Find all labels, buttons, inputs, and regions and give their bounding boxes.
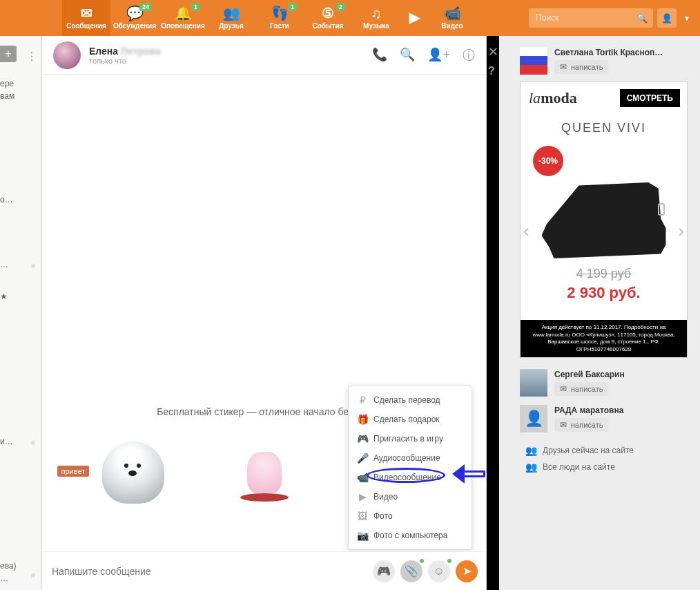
friend-avatar[interactable] bbox=[520, 369, 547, 397]
nav-video[interactable]: 📹 Видео bbox=[428, 0, 476, 36]
nav-notifications-label: Оповещения bbox=[161, 22, 205, 30]
message-input[interactable] bbox=[50, 565, 373, 578]
nav-events-label: События bbox=[313, 22, 344, 30]
nav-messages[interactable]: ✉ Сообщения bbox=[62, 0, 110, 36]
attach-transfer-label: Сделать перевод bbox=[373, 395, 440, 405]
green-dot-icon bbox=[447, 559, 451, 563]
attach-photo[interactable]: 🖼 Фото bbox=[349, 506, 471, 526]
friend-name[interactable]: Светлана Tortik Красноп… bbox=[554, 48, 663, 57]
friend-row: Светлана Tortik Красноп… ✉ написать bbox=[513, 43, 700, 79]
boot-icon bbox=[542, 182, 666, 258]
call-icon[interactable]: 📞 bbox=[372, 47, 387, 64]
sticker-bear[interactable]: привет bbox=[99, 438, 168, 507]
sidebar-item[interactable]: … bbox=[0, 573, 41, 583]
close-panel-button[interactable]: ✕ bbox=[487, 44, 499, 57]
attach-photo-pc[interactable]: 📷 Фото с компьютера bbox=[349, 526, 471, 545]
link-friends-online-label: Друзья сейчас на сайте bbox=[543, 446, 634, 455]
attach-transfer[interactable]: ₽ Сделать перевод bbox=[349, 390, 471, 410]
envelope-icon: ✉ bbox=[81, 6, 93, 20]
nav-right: 🔍 👤 ▼ bbox=[529, 0, 693, 36]
friend-row: 👤 РАДА маратовна ✉ написать bbox=[513, 401, 700, 437]
composer-sticker-button[interactable]: ☺ bbox=[428, 560, 450, 582]
add-conversation-button[interactable]: + bbox=[0, 46, 17, 62]
plate-icon bbox=[240, 493, 289, 502]
add-participant-icon[interactable]: 👤+ bbox=[427, 47, 450, 64]
friend-message-button[interactable]: ✉ написать bbox=[554, 382, 608, 396]
friend-message-button[interactable]: ✉ написать bbox=[554, 60, 608, 74]
sidebar-item[interactable]: вам bbox=[0, 91, 41, 101]
ad-prev-icon[interactable]: ‹ bbox=[523, 220, 529, 242]
friend-name[interactable]: РАДА маратовна bbox=[554, 406, 623, 415]
composer-send-button[interactable]: ➤ bbox=[456, 560, 478, 582]
search-input[interactable] bbox=[534, 12, 631, 23]
unread-dot-icon bbox=[31, 441, 35, 445]
help-button[interactable]: ? bbox=[488, 65, 495, 77]
sidebar-item[interactable]: и… bbox=[0, 437, 41, 446]
sidebar-item[interactable]: о… bbox=[0, 195, 41, 204]
envelope-icon: ✉ bbox=[560, 62, 567, 72]
friend-avatar[interactable]: 👤 bbox=[520, 405, 547, 432]
attach-game[interactable]: 🎮 Пригласить в игру bbox=[349, 429, 471, 448]
ad-logo-bold: moda bbox=[541, 89, 577, 106]
chat-panel: Елена Петрова только что 📞 🔍 👤+ ⓘ Беспла… bbox=[41, 36, 487, 590]
video-message-icon: 📹 bbox=[357, 472, 368, 483]
search-box[interactable]: 🔍 bbox=[529, 8, 653, 28]
image-icon: 🖼 bbox=[357, 511, 368, 522]
nav-guests-badge: 1 bbox=[288, 3, 297, 11]
profile-avatar-button[interactable]: 👤 bbox=[657, 8, 677, 28]
chat-info-icon[interactable]: ⓘ bbox=[463, 47, 475, 64]
gift-icon: 🎁 bbox=[357, 414, 368, 425]
microphone-icon: 🎤 bbox=[357, 453, 368, 464]
nav-messages-label: Сообщения bbox=[66, 22, 106, 30]
envelope-icon: ✉ bbox=[560, 384, 567, 394]
nav-friends-label: Друзья bbox=[219, 22, 243, 30]
ad-sale-badge: -30% bbox=[533, 146, 563, 176]
nav-music[interactable]: ♫ Музыка bbox=[352, 0, 400, 36]
nav-video-label: Видео bbox=[441, 22, 463, 30]
friend-message-button[interactable]: ✉ написать bbox=[554, 418, 608, 432]
sticker-kitty[interactable] bbox=[230, 438, 299, 507]
link-all-people[interactable]: 👥 Все люди на сайте bbox=[525, 459, 693, 475]
nav-friends[interactable]: 👥 Друзья bbox=[207, 0, 255, 36]
nav-play[interactable]: ▶ bbox=[400, 0, 428, 36]
attach-gift[interactable]: 🎁 Сделать подарок bbox=[349, 410, 471, 429]
search-in-chat-icon[interactable]: 🔍 bbox=[400, 47, 415, 64]
attach-audio[interactable]: 🎤 Аудиосообщение bbox=[349, 448, 471, 468]
video-camera-icon: 📹 bbox=[444, 6, 461, 20]
chat-body: Бесплатный стикер — отличное начало бесе… bbox=[42, 75, 486, 551]
friend-name[interactable]: Сергей Баксарин bbox=[554, 370, 625, 379]
sidebar-item[interactable]: ере bbox=[0, 79, 41, 88]
green-dot-icon bbox=[420, 559, 424, 563]
ad-next-icon[interactable]: › bbox=[678, 220, 684, 242]
attach-video-message[interactable]: 📹 Видеосообщение bbox=[349, 468, 471, 487]
nav-discussions[interactable]: 💬 24 Обсуждения bbox=[110, 0, 159, 36]
link-all-people-label: Все люди на сайте bbox=[543, 462, 615, 472]
profile-menu-caret[interactable]: ▼ bbox=[681, 15, 693, 22]
ad-logo-prefix: la bbox=[529, 89, 541, 106]
nav-notifications[interactable]: 🔔 1 Оповещения bbox=[159, 0, 207, 36]
composer-attach-button[interactable]: 📎 bbox=[400, 560, 422, 582]
right-column: ✕ ? Светлана Tortik Красноп… ✉ написать … bbox=[487, 36, 700, 590]
chat-user-name[interactable]: Елена Петрова bbox=[89, 46, 161, 57]
friend-avatar[interactable] bbox=[520, 47, 547, 75]
ad-banner[interactable]: lamoda СМОТРЕТЬ QUEEN VIVI -30% ‹ › 4 19… bbox=[520, 82, 688, 358]
link-friends-online[interactable]: 👥 Друзья сейчас на сайте bbox=[525, 442, 693, 459]
chat-header: Елена Петрова только что 📞 🔍 👤+ ⓘ bbox=[42, 36, 486, 75]
gamepad-icon: 🎮 bbox=[377, 564, 391, 578]
composer-games-button[interactable]: 🎮 bbox=[373, 560, 395, 582]
sidebar-item[interactable]: … bbox=[0, 260, 41, 269]
chat-user-avatar[interactable] bbox=[53, 41, 81, 69]
sidebar-more-icon[interactable]: ⋮ bbox=[26, 50, 39, 63]
attach-video[interactable]: ▶ Видео bbox=[349, 487, 471, 506]
sidebar-item-star[interactable]: ★ bbox=[0, 292, 41, 301]
person-icon: 👤 bbox=[661, 13, 672, 23]
unread-dot-icon bbox=[31, 573, 35, 578]
nav-guests[interactable]: 👣 1 Гости bbox=[255, 0, 304, 36]
unread-dot-icon bbox=[31, 264, 35, 268]
sidebar-item[interactable]: ева) bbox=[0, 561, 41, 571]
friend-message-label: написать bbox=[571, 421, 603, 429]
buckle-icon bbox=[658, 203, 665, 216]
search-icon[interactable]: 🔍 bbox=[636, 13, 648, 23]
ad-view-button[interactable]: СМОТРЕТЬ bbox=[620, 89, 680, 107]
nav-events[interactable]: ⑤ 2 События bbox=[304, 0, 352, 36]
